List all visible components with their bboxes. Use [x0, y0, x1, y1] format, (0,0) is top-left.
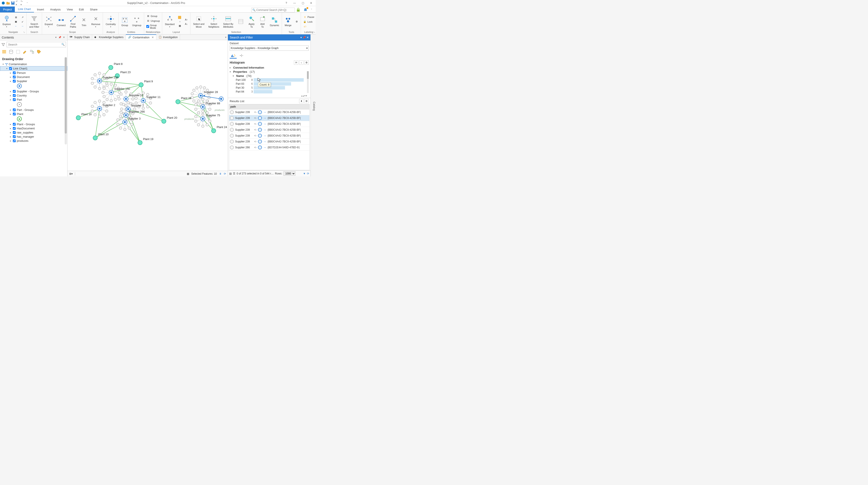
dynamic-button[interactable]: Dynamic — [269, 16, 281, 27]
hist-refresh-button[interactable]: ⟳ — [294, 60, 298, 65]
sf-tab-histogram[interactable] — [230, 53, 237, 59]
link-chart-canvas[interactable]: producesproducesPlant 8Plant 23Supplier … — [67, 40, 228, 171]
canvas-tab[interactable]: 📋Investigation — [156, 34, 180, 40]
notification-bell-icon[interactable] — [303, 8, 308, 12]
footer-refresh-icon[interactable]: ⟳ — [307, 172, 309, 175]
hist-prev-button[interactable]: ▴ — [303, 94, 304, 97]
toc-item[interactable]: ▸HasDocument — [0, 126, 67, 130]
ribbon-collapse-icon[interactable]: ˅ — [309, 8, 314, 11]
group-rel-button[interactable]: ⊞Group — [146, 14, 161, 18]
pane-menu-icon[interactable]: ▾ — [54, 36, 58, 39]
tab-edit[interactable]: Edit — [76, 6, 87, 12]
filter-icon[interactable] — [1, 43, 5, 47]
prev-extent-button[interactable]: ← — [13, 24, 19, 28]
pause-draw-icon[interactable]: ⏸ — [219, 172, 222, 175]
add-data-icon[interactable]: ⊞▾ — [69, 172, 73, 175]
apply-to-button[interactable]: Apply To — [247, 15, 256, 28]
pane-pin-icon[interactable]: 📌 — [58, 36, 62, 39]
result-row[interactable]: Supplier 239<-→{BB0C4A42-7BC8-425B-BF( — [229, 115, 309, 121]
toc-item[interactable]: ▸has_manager — [0, 134, 67, 139]
hist-first-button[interactable]: ▴ — [301, 94, 302, 97]
canvas-tab[interactable]: 🗺Supply Chain — [67, 34, 92, 40]
maximize-icon[interactable]: ▢ — [300, 1, 306, 5]
pane-close-icon[interactable]: ✕ — [62, 36, 65, 39]
toc-item[interactable]: ▸produces — [0, 139, 67, 143]
result-row[interactable]: Supplier 239<-→{BB0C4A42-7BC8-425B-BF( — [229, 127, 309, 133]
tab-insert[interactable]: Insert — [34, 6, 47, 12]
results-settings-button[interactable]: ⚙ — [304, 99, 309, 103]
connected-info-row[interactable]: ▸Connected Information — [230, 65, 309, 70]
contents-search-input[interactable] — [6, 42, 66, 47]
fixed-zoom-out-button[interactable]: ↙ — [20, 20, 25, 24]
find-paths-button[interactable]: Find Paths — [68, 15, 78, 28]
histogram-bar[interactable]: Part 1008 — [230, 78, 309, 82]
layout-opt1-button[interactable] — [177, 16, 182, 20]
toc-item[interactable]: ▸Supplier - Groups — [0, 89, 67, 93]
name-row[interactable]: ▾Name (74) — [230, 74, 309, 78]
lock-label-button[interactable]: 🔒Lock — [302, 20, 315, 24]
label-more-button[interactable]: 🏷 — [302, 24, 315, 29]
qat-more-icon[interactable]: ⁼ — [25, 1, 29, 5]
list-selection-icon[interactable] — [16, 50, 21, 54]
group-mode-checkbox[interactable] — [146, 25, 149, 28]
views-dropdown[interactable]: ▾ — [224, 34, 228, 40]
hist-sort-button[interactable]: ↕ — [299, 60, 304, 65]
remove-button[interactable]: ✕Remove▾ — [90, 15, 101, 28]
result-row[interactable]: Supplier 239<-→{BB0C4A42-7BC8-425B-BF( — [229, 121, 309, 127]
properties-row[interactable]: ▾Properties (17) — [230, 70, 309, 74]
hist-scrollbar[interactable] — [307, 71, 309, 93]
toc-item[interactable]: ▸Country — [0, 93, 67, 97]
pause-label-button[interactable]: ⏸Pause — [302, 15, 315, 19]
search-filter-button[interactable]: Search and Filter — [28, 15, 40, 28]
attributes-button[interactable] — [236, 18, 246, 26]
tab-project[interactable]: Project — [0, 6, 15, 12]
dataset-dropdown[interactable]: Knowledge Suppliers - Knowledge Graph▾ — [230, 46, 309, 51]
sf-close-icon[interactable]: ✕ — [307, 36, 309, 39]
hist-settings-button[interactable]: ⚙ — [304, 60, 309, 65]
tab-view[interactable]: View — [64, 6, 76, 12]
rows-select[interactable]: 1000 — [283, 172, 296, 176]
toc-item[interactable]: ▸Part — [0, 97, 67, 102]
hist-last-button[interactable]: ▾ — [306, 94, 307, 97]
font-inc-button[interactable]: A↑ — [184, 18, 189, 22]
close-icon[interactable]: ✕ — [308, 1, 314, 5]
minimize-icon[interactable]: — — [291, 1, 298, 5]
select-move-button[interactable]: Select and Move — [192, 15, 206, 28]
list-source-icon[interactable] — [9, 50, 13, 54]
toc-item[interactable]: ▸Supplier — [0, 79, 67, 83]
labeling-launcher[interactable]: ⤡ — [313, 31, 315, 33]
tab-close-icon[interactable]: ✕ — [152, 36, 154, 39]
navigate-launcher[interactable]: ⤡ — [23, 31, 25, 33]
next-extent-button[interactable]: → — [20, 24, 25, 28]
list-label-icon[interactable] — [37, 50, 41, 54]
standard-layout-button[interactable]: Standard▾ — [163, 15, 176, 28]
layout-opt2-button[interactable]: ○ — [177, 20, 182, 24]
sf-menu-icon[interactable]: ▾ — [301, 36, 302, 39]
toc-item[interactable]: ▸Plant - Groups — [0, 122, 67, 126]
hist-next-button[interactable]: ▾ — [304, 94, 305, 97]
open-icon[interactable] — [6, 1, 10, 5]
command-search-input[interactable] — [251, 8, 295, 12]
ungroup-entities-button[interactable]: Ungroup — [131, 16, 143, 27]
footer-filter-icon[interactable]: ▼ — [303, 172, 306, 175]
result-row[interactable]: Supplier 266<-→{BD7D2E44-548D-47BD-91 — [229, 145, 309, 150]
signin-icon[interactable] — [296, 8, 301, 12]
layout-opt3-button[interactable]: ▦ — [177, 24, 182, 28]
sf-tab-query[interactable] — [238, 53, 245, 59]
result-row[interactable]: Supplier 239<-→{BB0C4A42-7BC8-425B-BF( — [229, 139, 309, 145]
undo-icon[interactable]: ↶ ▾ — [16, 1, 20, 5]
group-entities-button[interactable]: Group — [120, 16, 129, 27]
help-icon[interactable]: ? — [283, 1, 289, 5]
results-download-button[interactable]: ⬇ — [299, 99, 304, 103]
explore-button[interactable]: Explore ▾ — [1, 15, 12, 28]
save-icon[interactable] — [11, 1, 15, 5]
tab-share[interactable]: Share — [87, 6, 100, 12]
result-row[interactable]: Supplier 239<-→{BB0C4A42-7BC8-425B-BF( — [229, 133, 309, 139]
table-view-icon[interactable]: ▤ — [229, 172, 231, 175]
toc-item[interactable]: ▸Part - Groups — [0, 108, 67, 112]
toc-item[interactable]: ▸Document — [0, 75, 67, 79]
font-dec-button[interactable]: A↓ — [184, 22, 189, 26]
redo-icon[interactable]: ↷ ▾ — [21, 1, 24, 5]
refresh-icon[interactable]: ⟳ — [224, 172, 226, 175]
add-to-button[interactable]: Add To — [258, 15, 267, 28]
